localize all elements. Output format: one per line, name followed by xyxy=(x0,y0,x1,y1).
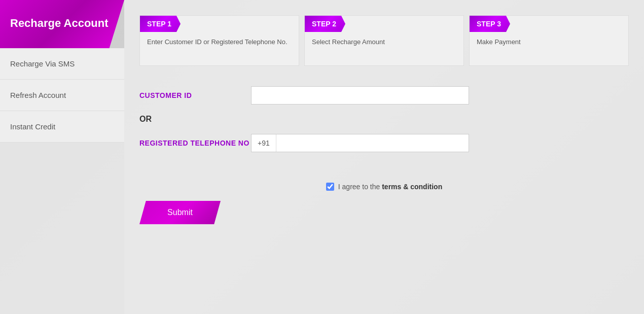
step-card-3: STEP 3 Make Payment xyxy=(469,15,629,66)
sidebar-menu: Recharge Via SMS Refresh Account Instant… xyxy=(0,48,124,314)
or-label: OR xyxy=(139,115,629,124)
checkbox-row: I agree to the terms & condition xyxy=(139,183,629,191)
phone-prefix: +91 xyxy=(252,134,276,152)
step-card-2: STEP 2 Select Recharge Amount xyxy=(304,15,464,66)
sidebar-item-refresh-account[interactable]: Refresh Account xyxy=(0,80,124,111)
customer-id-input[interactable] xyxy=(251,86,469,104)
sidebar-title: Recharge Account xyxy=(0,0,124,48)
terms-link[interactable]: terms & condition xyxy=(382,183,442,191)
sidebar: Recharge Account Recharge Via SMS Refres… xyxy=(0,0,124,314)
step-card-1: STEP 1 Enter Customer ID or Registered T… xyxy=(139,15,299,66)
step-badge-1: STEP 1 xyxy=(140,16,181,32)
submit-row: Submit xyxy=(139,201,629,224)
steps-row: STEP 1 Enter Customer ID or Registered T… xyxy=(139,15,629,66)
submit-button[interactable]: Submit xyxy=(139,201,221,224)
checkbox-label: I agree to the terms & condition xyxy=(338,183,442,191)
phone-input[interactable] xyxy=(276,134,469,152)
customer-id-row: CUSTOMER ID xyxy=(139,86,629,104)
form-area: CUSTOMER ID OR REGISTERED TELEPHONE NO +… xyxy=(139,81,629,167)
step-desc-2: Select Recharge Amount xyxy=(305,37,463,47)
phone-label: REGISTERED TELEPHONE NO xyxy=(139,139,251,147)
step-badge-3: STEP 3 xyxy=(470,16,510,32)
sidebar-item-instant-credit[interactable]: Instant Credit xyxy=(0,111,124,143)
sidebar-title-text: Recharge Account xyxy=(10,17,109,30)
step-desc-3: Make Payment xyxy=(470,37,628,47)
main-content: STEP 1 Enter Customer ID or Registered T… xyxy=(124,0,644,314)
customer-id-label: CUSTOMER ID xyxy=(139,91,251,99)
terms-checkbox[interactable] xyxy=(326,183,334,191)
phone-row: REGISTERED TELEPHONE NO +91 xyxy=(139,134,629,152)
sidebar-item-recharge-via-sms[interactable]: Recharge Via SMS xyxy=(0,48,124,80)
step-badge-2: STEP 2 xyxy=(305,16,345,32)
phone-input-wrapper: +91 xyxy=(251,134,469,152)
step-desc-1: Enter Customer ID or Registered Telephon… xyxy=(140,37,299,47)
